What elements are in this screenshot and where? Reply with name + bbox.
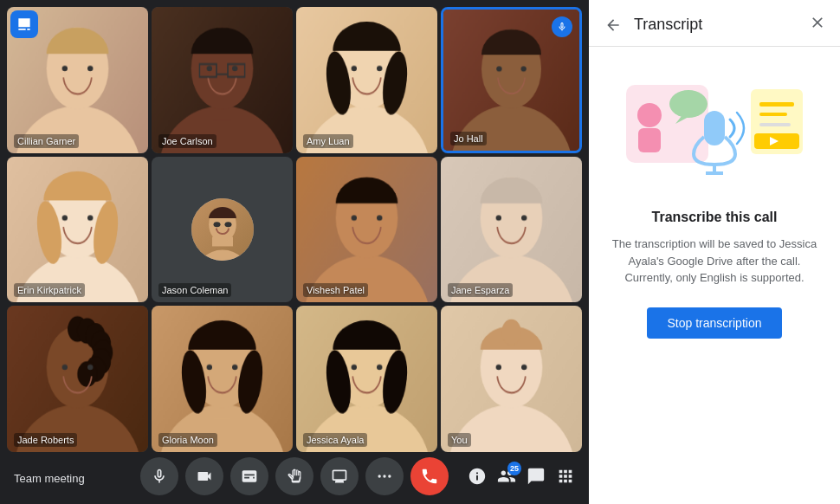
- camera-button[interactable]: [185, 457, 223, 495]
- participant-name-6: Jason Coleman: [158, 283, 231, 297]
- participant-name-7: Vishesh Patel: [303, 283, 368, 297]
- participant-tile-12: You: [441, 306, 582, 452]
- video-grid: Cillian Garner Joe Carlson Amy Luan Jo H…: [0, 0, 589, 452]
- participant-tile-3: Amy Luan: [296, 7, 437, 153]
- svg-point-8: [669, 90, 708, 118]
- panel-title: Transcript: [634, 16, 798, 34]
- participant-tile-2: Joe Carlson: [152, 7, 293, 153]
- participant-tile-10: Gloria Moon: [152, 306, 293, 452]
- svg-point-6: [637, 103, 662, 127]
- back-button[interactable]: [603, 15, 624, 36]
- participant-name-4: Jo Hall: [450, 132, 487, 145]
- transcript-illustration: [619, 68, 810, 189]
- svg-point-3: [383, 475, 385, 477]
- video-area: Cillian Garner Joe Carlson Amy Luan Jo H…: [0, 0, 589, 504]
- svg-rect-1: [20, 23, 26, 24]
- svg-rect-16: [759, 123, 791, 126]
- participant-name-1: Cillian Garner: [14, 134, 79, 148]
- meeting-name: Team meeting: [14, 472, 85, 485]
- mic-button[interactable]: [140, 457, 178, 495]
- participant-name-10: Gloria Moon: [158, 433, 217, 447]
- mic-active-badge: [552, 16, 572, 37]
- svg-rect-0: [20, 20, 29, 22]
- info-button[interactable]: [468, 467, 487, 490]
- more-button[interactable]: [365, 457, 404, 495]
- svg-rect-10: [704, 111, 725, 145]
- panel-body: Transcribe this call The transcription w…: [589, 47, 840, 504]
- activities-button[interactable]: [556, 467, 575, 490]
- people-count-badge: 25: [507, 462, 521, 475]
- participant-tile-8: Jane Esparza: [441, 157, 582, 303]
- present-button[interactable]: [320, 457, 359, 495]
- app-icon: [10, 10, 38, 38]
- controls-center: [140, 457, 449, 495]
- transcript-description: The transcription will be saved to Jessi…: [606, 236, 823, 287]
- transcript-heading: Transcribe this call: [652, 210, 778, 225]
- svg-point-4: [388, 475, 391, 477]
- participant-name-11: Jessica Ayala: [303, 433, 367, 447]
- stop-transcription-button[interactable]: Stop transcription: [647, 307, 783, 339]
- participant-name-5: Erin Kirkpatrick: [14, 283, 85, 297]
- controls-right: 25: [468, 467, 575, 490]
- svg-rect-15: [759, 113, 787, 116]
- captions-button[interactable]: [230, 457, 268, 495]
- close-button[interactable]: [809, 14, 826, 36]
- svg-rect-14: [759, 102, 794, 107]
- svg-point-2: [378, 475, 381, 477]
- end-call-button[interactable]: [410, 457, 449, 495]
- participant-tile-7: Vishesh Patel: [296, 157, 437, 303]
- participant-tile-4: Jo Hall: [441, 7, 582, 153]
- participant-name-2: Joe Carlson: [158, 134, 216, 148]
- participant-tile-6: Jason Coleman: [152, 157, 293, 303]
- transcript-panel: Transcript: [589, 0, 840, 504]
- participant-tile-5: Erin Kirkpatrick: [7, 157, 148, 303]
- participant-name-9: Jade Roberts: [14, 433, 77, 447]
- participant-name-3: Amy Luan: [303, 134, 353, 148]
- bottom-bar: Team meeting: [0, 452, 589, 504]
- chat-button[interactable]: [527, 467, 546, 490]
- participant-name-8: Jane Esparza: [448, 283, 513, 297]
- participant-tile-9: Jade Roberts: [7, 306, 148, 452]
- svg-rect-7: [638, 128, 661, 152]
- participant-tile-11: Jessica Ayala: [296, 306, 437, 452]
- participant-name-12: You: [448, 433, 471, 447]
- people-button[interactable]: 25: [497, 467, 516, 490]
- panel-header: Transcript: [589, 0, 840, 47]
- raise-hand-button[interactable]: [275, 457, 313, 495]
